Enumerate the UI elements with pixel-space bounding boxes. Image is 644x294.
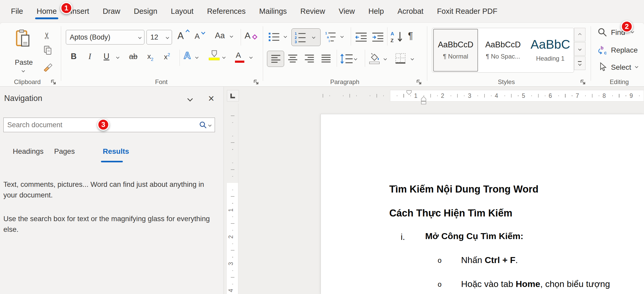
styles-gallery-scrollbar	[574, 28, 585, 70]
styles-more-button[interactable]	[574, 56, 585, 70]
styles-dialog-launcher[interactable]	[580, 79, 586, 86]
justify-button[interactable]	[321, 54, 331, 63]
font-color-button[interactable]: A	[236, 51, 241, 60]
find-button[interactable]: Find	[597, 27, 607, 38]
multilevel-chevron[interactable]	[340, 35, 344, 38]
align-left-button-selected[interactable]	[267, 51, 284, 67]
italic-button[interactable]: I	[88, 52, 91, 61]
clipboard-dialog-launcher[interactable]	[50, 79, 57, 86]
tab-selector[interactable]	[227, 90, 239, 101]
shrink-font-button[interactable]: A	[195, 32, 200, 41]
horizontal-ruler[interactable]: 1 2 3 4 5 6 7 8 9	[227, 90, 644, 101]
clear-formatting-button[interactable]: A	[245, 30, 251, 41]
hanging-indent-marker[interactable]	[421, 96, 426, 105]
ruler-number: 2	[441, 92, 444, 99]
copy-button[interactable]	[43, 46, 53, 55]
vertical-ruler[interactable]: 1 2 3 4	[227, 104, 238, 294]
select-button[interactable]: Select	[597, 62, 607, 73]
document-page[interactable]	[321, 114, 644, 294]
annotation-badge-3: 3	[97, 119, 109, 131]
nav-tab-pages[interactable]: Pages	[54, 147, 75, 156]
font-color-chevron[interactable]	[249, 55, 253, 59]
tab-view[interactable]: View	[339, 7, 355, 16]
decrease-indent-button[interactable]	[355, 32, 367, 42]
align-center-button[interactable]	[288, 54, 298, 63]
tab-layout[interactable]: Layout	[171, 7, 194, 16]
clipboard-group-label: Clipboard	[8, 78, 47, 86]
results-tab-underline	[101, 161, 123, 162]
annotation-badge-1: 1	[60, 2, 72, 14]
show-formatting-marks-button[interactable]: ¶	[408, 30, 413, 41]
paste-button[interactable]: Paste	[7, 28, 41, 78]
line-spacing-button[interactable]	[340, 53, 353, 64]
list-bullet: o	[438, 257, 442, 265]
grow-font-button[interactable]: A	[177, 30, 184, 41]
font-name-combobox[interactable]: Aptos (Body)	[66, 30, 144, 44]
multilevel-list-button[interactable]: 1ai	[325, 31, 338, 43]
borders-button[interactable]	[395, 53, 406, 64]
navigation-close-icon[interactable]: ×	[208, 93, 214, 104]
bullets-button[interactable]	[268, 31, 280, 42]
nav-tab-results[interactable]: Results	[103, 147, 129, 156]
tab-review[interactable]: Review	[300, 7, 325, 16]
styles-scroll-down-button[interactable]	[574, 42, 585, 56]
text-effects-button[interactable]: A	[184, 50, 191, 61]
change-case-button[interactable]: Aa	[215, 31, 233, 40]
borders-chevron[interactable]	[411, 57, 414, 60]
search-magnifier-icon[interactable]	[199, 121, 207, 129]
bullets-chevron[interactable]	[284, 35, 287, 38]
nav-tab-headings[interactable]: Headings	[13, 147, 43, 156]
ruler-number: 4	[227, 289, 234, 292]
ribbon: Paste ✂ Clipboard Aptos (Body) 12	[0, 22, 644, 87]
styles-scroll-up-button[interactable]	[574, 28, 585, 41]
select-chevron[interactable]	[635, 65, 638, 68]
paragraph-dialog-launcher[interactable]	[416, 79, 423, 86]
text-highlight-button[interactable]	[208, 50, 220, 62]
shading-chevron[interactable]	[384, 57, 387, 60]
first-line-indent-marker[interactable]	[406, 90, 412, 95]
style-card-normal[interactable]: AaBbCcD ¶ Normal	[433, 29, 478, 72]
font-size-combobox[interactable]: 12	[146, 30, 172, 44]
tab-mailings[interactable]: Mailings	[259, 7, 287, 16]
superscript-button[interactable]: x2	[164, 52, 170, 61]
group-separator	[61, 26, 61, 81]
ruler-number: 5	[522, 92, 525, 99]
sort-button[interactable]: A Z	[390, 30, 403, 43]
tab-design[interactable]: Design	[134, 7, 157, 16]
subscript-button[interactable]: x2	[147, 52, 153, 62]
text-effects-chevron[interactable]	[195, 55, 199, 59]
tab-draw[interactable]: Draw	[103, 7, 120, 16]
font-dialog-launcher[interactable]	[253, 79, 260, 86]
font-name-chevron[interactable]	[138, 36, 142, 39]
paste-dropdown-chevron[interactable]	[22, 69, 25, 72]
underline-button[interactable]: U	[104, 52, 109, 61]
ruler-number: 7	[576, 92, 579, 99]
cut-button[interactable]: ✂	[42, 32, 52, 40]
tab-foxit-reader-pdf[interactable]: Foxit Reader PDF	[437, 7, 497, 16]
replace-button[interactable]: b c Replace	[597, 45, 607, 56]
tab-help[interactable]: Help	[368, 7, 384, 16]
tab-home[interactable]: Home	[37, 7, 57, 16]
style-card-heading1[interactable]: AaBbC Heading 1	[528, 29, 573, 72]
search-options-chevron[interactable]	[208, 123, 212, 127]
style-card-no-spacing[interactable]: AaBbCcD ¶ No Spac...	[480, 29, 526, 72]
highlight-chevron[interactable]	[222, 55, 226, 59]
styles-group-label: Styles	[486, 78, 527, 86]
format-painter-button[interactable]	[43, 61, 53, 72]
increase-indent-button[interactable]	[372, 32, 384, 42]
line-spacing-chevron[interactable]	[354, 57, 357, 60]
align-right-button[interactable]	[304, 54, 314, 63]
numbering-chevron[interactable]	[312, 35, 315, 39]
font-size-chevron[interactable]	[166, 36, 169, 39]
bold-button[interactable]: B	[71, 52, 76, 61]
numbering-button-selected[interactable]: 123	[291, 28, 321, 46]
shading-button[interactable]	[368, 52, 381, 64]
tab-acrobat[interactable]: Acrobat	[397, 7, 423, 16]
underline-chevron[interactable]	[116, 55, 119, 59]
change-case-chevron[interactable]	[230, 34, 233, 38]
tab-insert[interactable]: Insert	[70, 7, 89, 16]
tab-references[interactable]: References	[207, 7, 246, 16]
tab-file[interactable]: File	[11, 7, 23, 16]
ribbon-tab-bar: File Home Insert Draw Design Layout Refe…	[0, 0, 644, 22]
strikethrough-button[interactable]: ab	[129, 52, 137, 61]
